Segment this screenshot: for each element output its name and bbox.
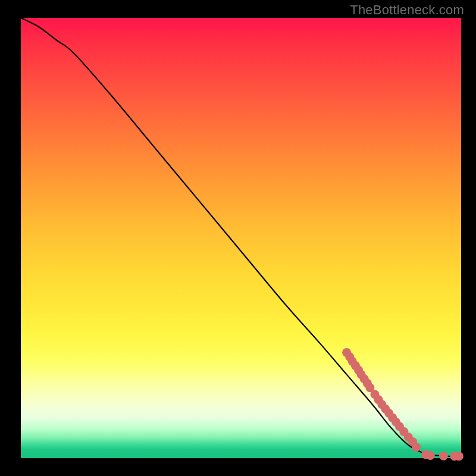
scatter-markers: [342, 348, 464, 461]
data-point: [426, 451, 435, 460]
chart-frame: TheBottleneck.com: [0, 0, 476, 476]
data-point: [439, 452, 448, 461]
data-point: [412, 443, 421, 452]
bottleneck-curve-path: [21, 18, 461, 456]
watermark-text: TheBottleneck.com: [350, 2, 464, 18]
curve-line: [21, 18, 461, 456]
chart-svg: [21, 18, 461, 458]
plot-area: [21, 18, 461, 458]
data-point: [455, 452, 464, 461]
